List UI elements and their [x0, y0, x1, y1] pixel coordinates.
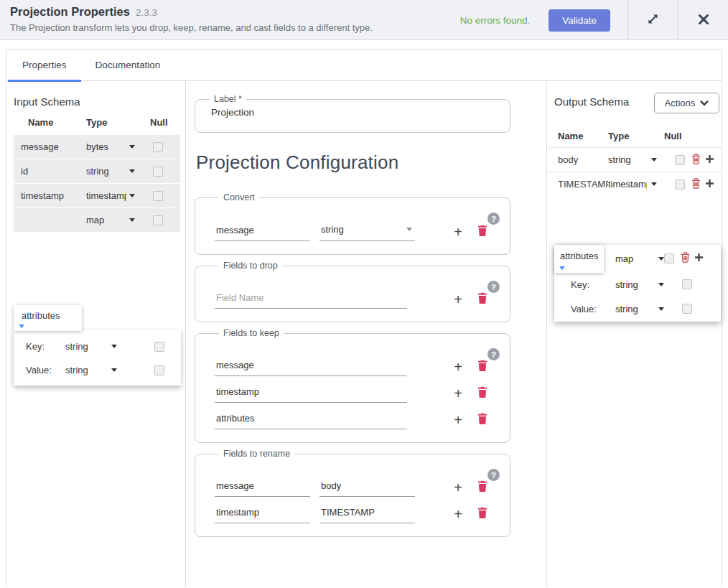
trash-icon: [477, 483, 487, 494]
field-name[interactable]: id: [21, 166, 86, 177]
nullable-checkbox[interactable]: [154, 365, 164, 375]
map-field-popover: map attributes: [554, 245, 721, 322]
trash-icon: [477, 228, 487, 238]
plus-icon: [705, 154, 714, 166]
map-value-row: Value: string: [554, 297, 721, 321]
expand-button[interactable]: [628, 0, 678, 40]
table-row: timestamp timestamp: [14, 184, 180, 207]
add-field-button[interactable]: [694, 253, 704, 264]
rename-to-input[interactable]: [319, 480, 415, 497]
column-header-null: Null: [664, 131, 682, 141]
delete-row-button[interactable]: [477, 225, 487, 241]
nullable-checkbox[interactable]: [664, 253, 674, 263]
add-row-button[interactable]: +: [450, 387, 466, 403]
expand-caret-icon[interactable]: [19, 325, 24, 328]
keep-field-input[interactable]: [215, 360, 407, 376]
add-field-button[interactable]: [705, 179, 714, 190]
validate-button[interactable]: Validate: [549, 9, 610, 32]
map-key-value-box: Key: string Value: string: [14, 330, 181, 386]
field-type-dropdown[interactable]: map: [86, 215, 135, 225]
field-name[interactable]: timestamp: [21, 190, 86, 201]
chevron-down-icon: [129, 169, 135, 173]
tab-documentation[interactable]: Documentation: [81, 50, 175, 80]
nullable-checkbox[interactable]: [153, 191, 163, 201]
plugin-description: The Projection transform lets you drop, …: [10, 22, 373, 33]
add-row-button[interactable]: +: [450, 508, 466, 523]
actions-dropdown-button[interactable]: Actions: [654, 93, 719, 113]
field-type-dropdown[interactable]: timestamp: [86, 190, 135, 201]
keep-field-input[interactable]: [215, 413, 407, 429]
key-type-dropdown[interactable]: string: [615, 279, 664, 290]
key-type-dropdown[interactable]: string: [65, 341, 117, 352]
field-type-dropdown[interactable]: map: [615, 253, 664, 264]
validation-status-text: No errors found.: [460, 15, 531, 26]
keep-row: +: [215, 360, 510, 376]
rename-from-input[interactable]: [215, 507, 310, 523]
configuration-panel: Label * Projection Configuration Convert…: [186, 81, 546, 587]
delete-field-button[interactable]: [691, 178, 701, 191]
chevron-down-icon: [658, 307, 664, 311]
label-fieldset: Label *: [195, 94, 510, 133]
delete-row-button[interactable]: [477, 480, 487, 497]
add-row-button[interactable]: +: [450, 360, 466, 376]
help-icon[interactable]: ?: [487, 281, 500, 293]
drop-field-input[interactable]: [215, 292, 407, 309]
nullable-checkbox[interactable]: [153, 167, 163, 177]
field-type-dropdown[interactable]: bytes: [86, 141, 135, 152]
convert-legend: Convert: [219, 192, 259, 202]
add-row-button[interactable]: +: [450, 414, 466, 429]
help-icon[interactable]: ?: [487, 469, 500, 481]
drop-row: +: [215, 292, 510, 309]
fields-to-keep-section: Fields to keep ? + +: [195, 328, 510, 443]
help-icon[interactable]: ?: [487, 213, 500, 225]
field-name[interactable]: message: [21, 141, 86, 152]
convert-type-select[interactable]: string: [319, 224, 415, 241]
value-type-dropdown[interactable]: string: [615, 304, 664, 314]
fields-to-drop-legend: Fields to drop: [219, 261, 282, 271]
nullable-checkbox[interactable]: [682, 279, 692, 289]
trash-icon: [477, 416, 487, 426]
field-name[interactable]: body: [558, 154, 608, 165]
value-type-dropdown[interactable]: string: [65, 365, 117, 375]
convert-section: Convert ? string +: [195, 192, 510, 255]
add-row-button[interactable]: +: [450, 293, 466, 309]
nullable-checkbox[interactable]: [154, 342, 164, 352]
delete-row-button[interactable]: [477, 507, 487, 523]
trash-icon: [691, 154, 701, 167]
nullable-checkbox[interactable]: [682, 304, 692, 314]
delete-row-button[interactable]: [477, 360, 487, 376]
rename-to-input[interactable]: [319, 507, 415, 523]
table-row: map: [14, 208, 180, 232]
keep-field-input[interactable]: [215, 386, 407, 403]
column-header-type: Type: [608, 131, 664, 141]
add-field-button[interactable]: [705, 154, 714, 166]
delete-field-button[interactable]: [681, 252, 690, 265]
field-name-popover[interactable]: attributes: [554, 245, 604, 273]
field-type-dropdown[interactable]: string: [608, 154, 657, 165]
delete-row-button[interactable]: [477, 292, 487, 309]
column-header-name: Name: [558, 131, 608, 141]
nullable-checkbox[interactable]: [675, 155, 685, 165]
expand-caret-icon[interactable]: [559, 266, 565, 270]
field-name[interactable]: TIMESTAMP: [558, 179, 608, 190]
trash-icon: [691, 178, 701, 191]
nullable-checkbox[interactable]: [153, 142, 163, 152]
close-button[interactable]: [678, 0, 728, 40]
add-row-button[interactable]: +: [450, 225, 466, 241]
field-type-dropdown[interactable]: timestamp: [608, 179, 657, 190]
table-row: message bytes: [14, 135, 180, 159]
add-row-button[interactable]: +: [450, 481, 466, 497]
field-type-dropdown[interactable]: string: [86, 166, 135, 177]
delete-row-button[interactable]: [477, 413, 487, 429]
label-input[interactable]: [211, 107, 484, 118]
nullable-checkbox[interactable]: [153, 215, 163, 225]
delete-row-button[interactable]: [477, 386, 487, 403]
chevron-down-icon: [700, 98, 709, 108]
help-icon[interactable]: ?: [487, 348, 500, 360]
delete-field-button[interactable]: [691, 154, 701, 167]
tab-properties[interactable]: Properties: [8, 50, 81, 80]
convert-field-input[interactable]: [215, 225, 310, 241]
nullable-checkbox[interactable]: [675, 179, 685, 190]
field-name-popover[interactable]: attributes: [14, 305, 82, 331]
rename-from-input[interactable]: [215, 480, 310, 497]
